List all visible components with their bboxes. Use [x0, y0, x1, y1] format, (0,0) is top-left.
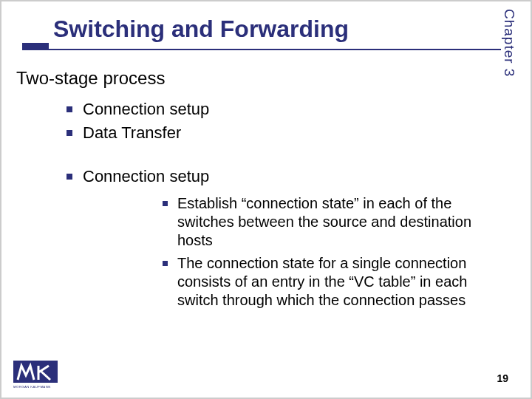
page-number: 19: [497, 372, 508, 384]
list-item-text: Establish “connection state” in each of …: [177, 195, 471, 248]
publisher-logo: MORGAN KAUFMANN: [13, 361, 58, 389]
list-item: Data Transfer: [66, 123, 497, 143]
bullet-list-level2: Establish “connection state” in each of …: [163, 194, 497, 310]
list-item-text: Data Transfer: [83, 123, 181, 142]
content-area: Two-stage process Connection setup Data …: [16, 68, 497, 314]
list-item-text: Connection setup: [83, 167, 209, 185]
chapter-label: Chapter 3: [499, 9, 517, 105]
bullet-list-level1: Connection setup Data Transfer Connectio…: [66, 99, 497, 310]
list-item-text: Connection setup: [83, 100, 209, 118]
list-item: The connection state for a single connec…: [163, 254, 497, 310]
list-item-text: The connection state for a single connec…: [177, 255, 467, 308]
list-item: Connection setup Establish “connection s…: [66, 166, 497, 310]
slide-title: Switching and Forwarding: [53, 16, 349, 43]
section-heading: Two-stage process: [16, 68, 497, 89]
list-item: Connection setup: [66, 99, 497, 120]
list-item: Establish “connection state” in each of …: [163, 194, 497, 250]
logo-subtext: MORGAN KAUFMANN: [13, 385, 51, 389]
slide: Chapter 3 Switching and Forwarding Two-s…: [1, 1, 531, 398]
title-accent: [22, 43, 49, 50]
title-bar: Switching and Forwarding: [22, 13, 501, 50]
